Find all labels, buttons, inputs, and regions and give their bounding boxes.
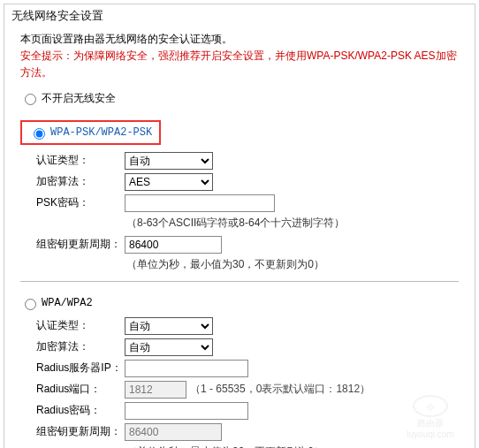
psk-highlight-box: WPA-PSK/WPA2-PSK [20, 120, 161, 145]
wireless-security-panel: 无线网络安全设置 本页面设置路由器无线网络的安全认证选项。 安全提示：为保障网络… [4, 4, 475, 448]
option-disable-section: 不开启无线安全 [4, 82, 475, 106]
wpa-option-label: WPA/WPA2 [42, 297, 93, 309]
psk-section: WPA-PSK/WPA2-PSK 认证类型： 自动 加密算法： AES PSK密… [4, 113, 475, 272]
security-tip: 安全提示：为保障网络安全，强烈推荐开启安全设置，并使用WPA-PSK/WPA2-… [20, 48, 459, 81]
tip-text: 为保障网络安全，强烈推荐开启安全设置，并使用WPA-PSK/WPA2-PSK A… [20, 49, 457, 79]
psk-option-row: WPA-PSK/WPA2-PSK [20, 120, 459, 145]
radio-psk[interactable] [34, 128, 45, 140]
radio-wpa[interactable] [25, 299, 36, 310]
option-disable-row: 不开启无线安全 [20, 91, 459, 106]
psk-gk-hint: （单位为秒，最小值为30，不更新则为0） [20, 257, 459, 272]
wpa-gk-input[interactable] [125, 423, 222, 441]
radio-disable-security[interactable] [25, 94, 36, 105]
psk-gk-label: 组密钥更新周期： [36, 237, 125, 252]
intro-text: 本页面设置路由器无线网络的安全认证选项。 [20, 31, 459, 48]
psk-option-label: WPA-PSK/WPA2-PSK [50, 126, 152, 139]
radius-port-row: Radius端口： （1 - 65535，0表示默认端口：1812） [20, 381, 459, 399]
section-divider [20, 281, 459, 282]
psk-auth-select[interactable]: 自动 [125, 152, 213, 170]
wpa-option-row: WPA/WPA2 [20, 296, 459, 310]
wpa-algo-select[interactable]: 自动 [125, 338, 213, 356]
psk-pwd-label: PSK密码： [36, 195, 125, 210]
psk-algo-row: 加密算法： AES [20, 173, 459, 191]
psk-algo-select[interactable]: AES [125, 173, 213, 191]
wpa-gk-label: 组密钥更新周期： [36, 424, 125, 439]
tip-label: 安全提示： [20, 49, 73, 62]
wpa-gk-hint: （单位为秒，最小值为30，不更新则为0） [20, 444, 459, 448]
radius-pwd-label: Radius密码： [36, 403, 125, 418]
wpa-auth-row: 认证类型： 自动 [20, 317, 459, 335]
option-disable-label: 不开启无线安全 [42, 91, 116, 106]
wpa-algo-row: 加密算法： 自动 [20, 338, 459, 356]
psk-gk-input[interactable] [125, 236, 222, 254]
wpa-algo-label: 加密算法： [36, 339, 125, 354]
psk-auth-label: 认证类型： [36, 153, 125, 168]
radius-port-input[interactable] [125, 381, 186, 399]
wpa-gk-row: 组密钥更新周期： [20, 423, 459, 441]
radius-pwd-input[interactable] [125, 402, 248, 420]
radius-ip-row: Radius服务器IP： [20, 360, 459, 377]
wpa-section: WPA/WPA2 认证类型： 自动 加密算法： 自动 Radius服务器IP： … [4, 287, 475, 448]
psk-gk-row: 组密钥更新周期： [20, 236, 459, 254]
wpa-auth-select[interactable]: 自动 [125, 317, 213, 335]
wpa-auth-label: 认证类型： [36, 318, 125, 333]
intro-block: 本页面设置路由器无线网络的安全认证选项。 安全提示：为保障网络安全，强烈推荐开启… [4, 26, 475, 82]
radius-pwd-row: Radius密码： [20, 402, 459, 420]
psk-pwd-row: PSK密码： [20, 194, 459, 212]
psk-algo-label: 加密算法： [36, 174, 125, 189]
psk-auth-row: 认证类型： 自动 [20, 152, 459, 170]
radius-ip-input[interactable] [125, 360, 248, 377]
psk-pwd-hint: （8-63个ASCII码字符或8-64个十六进制字符） [20, 216, 459, 231]
radius-port-hint: （1 - 65535，0表示默认端口：1812） [190, 382, 370, 397]
radius-port-label: Radius端口： [36, 382, 125, 397]
psk-pwd-input[interactable] [125, 194, 275, 212]
radius-ip-label: Radius服务器IP： [36, 361, 125, 376]
panel-title: 无线网络安全设置 [4, 4, 475, 26]
